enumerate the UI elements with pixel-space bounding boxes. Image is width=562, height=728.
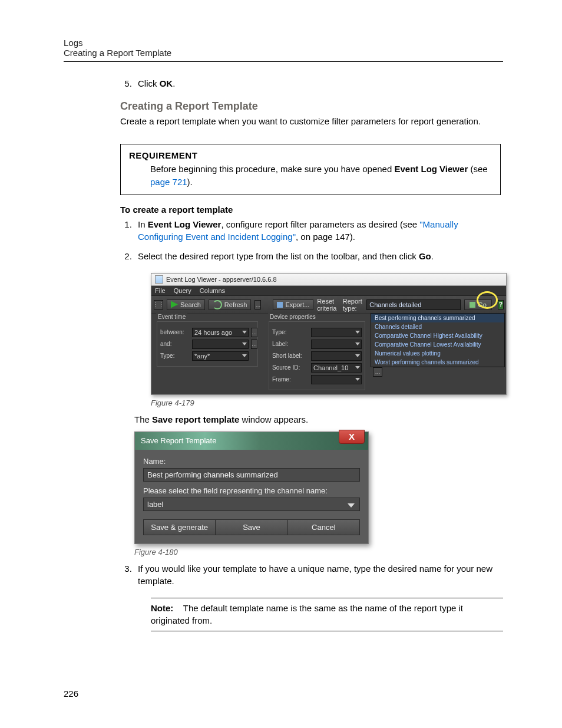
af1b: Save report template xyxy=(152,414,239,424)
help-button[interactable]: ? xyxy=(498,300,504,309)
close-button[interactable]: X xyxy=(339,430,365,444)
s2a: Select the desired report type from the … xyxy=(138,251,419,261)
note-block: Note: The default template name is the s… xyxy=(151,598,503,632)
dp-short-label: Short label: xyxy=(272,353,309,359)
page-header: Logs Creating a Report Template xyxy=(64,38,503,58)
go-button[interactable]: Go xyxy=(464,299,492,310)
name-label: Name: xyxy=(143,457,360,466)
and-label: and: xyxy=(160,341,190,347)
figure-caption-1: Figure 4-179 xyxy=(151,398,503,407)
page-number: 226 xyxy=(64,689,78,699)
save-report-template-dialog: Save Report Template X Name: Please sele… xyxy=(134,431,369,544)
channel-name-select[interactable]: label xyxy=(143,498,360,511)
close-icon: X xyxy=(349,431,355,442)
s1c: , configure report filter parameters as … xyxy=(221,219,419,229)
type-value: *any* xyxy=(194,353,210,360)
elv-title: Event Log Viewer - appserver/10.6.6.8 xyxy=(166,276,277,283)
req-pre: Before beginning this procedure, make su… xyxy=(150,164,394,174)
between-label: between: xyxy=(160,329,190,335)
procedure-heading: To create a report template xyxy=(120,205,503,215)
requirement-body: Before beginning this procedure, make su… xyxy=(150,163,492,189)
cancel-button[interactable]: Cancel xyxy=(288,520,359,535)
and-more-button[interactable]: … xyxy=(251,340,257,349)
s2b: Go xyxy=(419,251,431,261)
channel-name-value: label xyxy=(147,500,163,509)
event-log-viewer-screenshot: Event Log Viewer - appserver/10.6.6.8 Fi… xyxy=(151,273,507,395)
save-generate-button[interactable]: Save & generate xyxy=(144,520,216,535)
report-type-select[interactable]: Channels detailed xyxy=(366,299,461,310)
section-title: Creating a Report Template xyxy=(120,100,503,113)
figure-caption-2: Figure 4-180 xyxy=(134,548,503,556)
req-link[interactable]: page 721 xyxy=(150,177,187,187)
dp-short-select[interactable] xyxy=(311,351,362,361)
event-time-panel: Event time between: 24 hours ago … and: … xyxy=(151,314,263,371)
menu-query[interactable]: Query xyxy=(174,287,191,294)
go-label: Go xyxy=(478,301,487,308)
dialog-button-row: Save & generate Save Cancel xyxy=(143,519,360,535)
s1b: Event Log Viewer xyxy=(148,219,222,229)
reset-criteria-button[interactable]: Reset criteria xyxy=(317,298,339,312)
after-fig1-text: The Save report template window appears. xyxy=(134,413,503,426)
dp-type-select[interactable] xyxy=(311,328,362,337)
between-more-button[interactable]: … xyxy=(251,328,257,337)
srt-titlebar: Save Report Template X xyxy=(135,432,368,450)
step5-bold: OK xyxy=(160,78,173,88)
req-post1: (see xyxy=(468,164,487,174)
opt-numerical[interactable]: Numerical values plotting xyxy=(371,349,504,358)
menu-columns[interactable]: Columns xyxy=(200,287,225,294)
tip-button[interactable]: … xyxy=(254,300,261,309)
search-button[interactable]: Search xyxy=(167,299,205,310)
dp-type-label: Type: xyxy=(272,329,309,335)
refresh-button[interactable]: Refresh xyxy=(209,299,252,310)
devprops-legend: Device properties xyxy=(268,314,318,320)
opt-comp-high[interactable]: Comparative Channel Highest Availability xyxy=(371,331,504,340)
field-label: Please select the field representing the… xyxy=(143,486,360,495)
req-bold: Event Log Viewer xyxy=(394,164,468,174)
type-select[interactable]: *any* xyxy=(192,351,249,361)
note-body: The default template name is the same as… xyxy=(151,603,463,626)
elv-menubar: File Query Columns xyxy=(151,286,506,296)
report-type-dropdown[interactable]: Best performing channels summarized Chan… xyxy=(371,313,505,367)
header-rule xyxy=(64,61,503,62)
opt-worst[interactable]: Worst performing channels summarized xyxy=(371,358,504,367)
dp-src-label: Source ID: xyxy=(272,364,309,371)
step5-pre: Click xyxy=(138,78,160,88)
requirement-box: REQUIREMENT Before beginning this proced… xyxy=(120,144,501,195)
af1a: The xyxy=(134,414,152,424)
menu-file[interactable]: File xyxy=(155,287,166,294)
save-button[interactable]: Save xyxy=(216,520,287,535)
export-button[interactable]: Export... xyxy=(273,299,313,310)
search-label: Search xyxy=(180,301,201,308)
and-select[interactable] xyxy=(192,340,249,349)
opt-comp-low[interactable]: Comparative Channel Lowest Availability xyxy=(371,340,504,349)
step-3: If you would like your template to have … xyxy=(134,562,503,587)
report-type-dropdown-area: Best performing channels summarized Chan… xyxy=(371,314,506,378)
section-desc: Create a report template when you want t… xyxy=(120,115,503,127)
dp-label-select[interactable] xyxy=(311,340,362,349)
between-select[interactable]: 24 hours ago xyxy=(192,328,249,337)
dp-src-select[interactable]: Channel_10 xyxy=(311,363,362,373)
grip-icon: ⋮⋮ xyxy=(154,300,163,309)
elv-toolbar: ⋮⋮ Search Refresh … Export... Reset crit… xyxy=(151,296,506,314)
opt-detailed[interactable]: Channels detailed xyxy=(371,322,504,331)
java-icon xyxy=(155,275,163,284)
requirement-heading: REQUIREMENT xyxy=(129,150,492,160)
opt-best[interactable]: Best performing channels summarized xyxy=(371,314,504,322)
between-value: 24 hours ago xyxy=(194,329,232,336)
af1c: window appears. xyxy=(239,414,308,424)
side-btn-1[interactable]: … xyxy=(373,367,382,377)
header-section: Logs xyxy=(64,38,503,48)
export-label: Export... xyxy=(285,301,309,308)
dp-label-label: Label: xyxy=(272,341,309,347)
step-2: Select the desired report type from the … xyxy=(134,250,503,262)
header-subsection: Creating a Report Template xyxy=(64,48,503,58)
name-field[interactable] xyxy=(143,468,360,482)
note-label: Note: xyxy=(151,603,173,613)
srt-title: Save Report Template xyxy=(141,436,216,445)
s1a: In xyxy=(138,219,148,229)
dp-frame-select[interactable] xyxy=(311,375,362,384)
report-type-label: Report type: xyxy=(343,298,363,312)
s2c: . xyxy=(431,251,434,261)
step5-post: . xyxy=(173,78,175,88)
s1d: , on page 147). xyxy=(296,232,355,242)
